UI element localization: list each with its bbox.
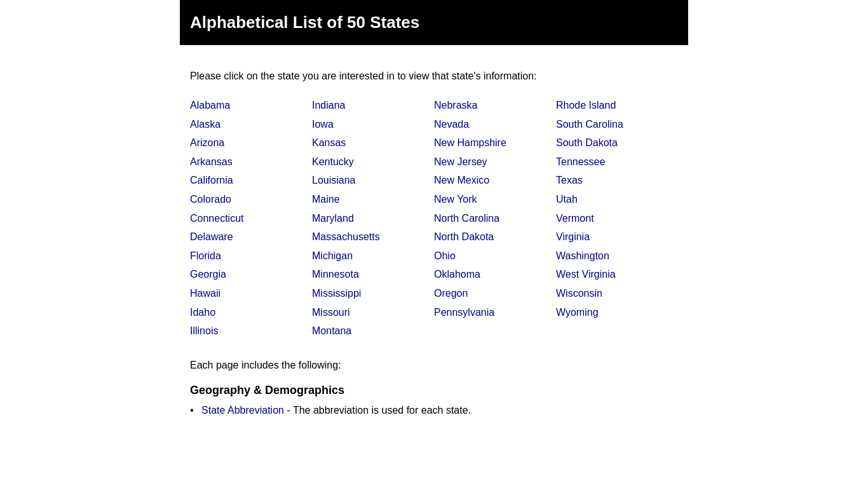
state-link-colorado[interactable]: Colorado <box>190 191 312 208</box>
sub-item-link[interactable]: State Abbreviation <box>201 405 284 416</box>
state-link-michigan[interactable]: Michigan <box>312 248 434 264</box>
state-link-florida[interactable]: Florida <box>190 248 312 264</box>
state-link-arkansas[interactable]: Arkansas <box>190 154 312 170</box>
page-title: Alphabetical List of 50 States <box>190 13 678 32</box>
state-link-alabama[interactable]: Alabama <box>190 97 312 114</box>
state-link-new-mexico[interactable]: New Mexico <box>434 172 556 189</box>
state-link-connecticut[interactable]: Connecticut <box>190 210 312 227</box>
state-link-north-carolina[interactable]: North Carolina <box>434 210 556 227</box>
state-link-california[interactable]: California <box>190 172 312 189</box>
state-link-wyoming[interactable]: Wyoming <box>556 304 678 321</box>
main-content: Please click on the state you are intere… <box>180 45 688 431</box>
states-column-2: NebraskaNevadaNew HampshireNew JerseyNew… <box>434 97 556 339</box>
state-link-north-dakota[interactable]: North Dakota <box>434 229 556 245</box>
state-link-south-carolina[interactable]: South Carolina <box>556 116 678 133</box>
state-link-arizona[interactable]: Arizona <box>190 135 312 151</box>
state-link-nevada[interactable]: Nevada <box>434 116 556 133</box>
state-link-oregon[interactable]: Oregon <box>434 285 556 302</box>
state-link-illinois[interactable]: Illinois <box>190 323 312 339</box>
state-link-missouri[interactable]: Missouri <box>312 304 434 321</box>
states-column-3: Rhode IslandSouth CarolinaSouth DakotaTe… <box>556 97 678 339</box>
state-link-maine[interactable]: Maine <box>312 191 434 208</box>
state-link-kansas[interactable]: Kansas <box>312 135 434 151</box>
state-link-idaho[interactable]: Idaho <box>190 304 312 321</box>
state-link-louisiana[interactable]: Louisiana <box>312 172 434 189</box>
state-link-oklahoma[interactable]: Oklahoma <box>434 266 556 283</box>
state-link-nebraska[interactable]: Nebraska <box>434 97 556 114</box>
sub-item-desc: - The abbreviation is used for each stat… <box>287 405 471 416</box>
state-link-new-hampshire[interactable]: New Hampshire <box>434 135 556 151</box>
states-column-0: AlabamaAlaskaArizonaArkansasCaliforniaCo… <box>190 97 312 339</box>
state-link-rhode-island[interactable]: Rhode Island <box>556 97 678 114</box>
state-link-washington[interactable]: Washington <box>556 248 678 264</box>
state-link-west-virginia[interactable]: West Virginia <box>556 266 678 283</box>
intro-text: Please click on the state you are intere… <box>190 71 678 82</box>
states-grid: AlabamaAlaskaArizonaArkansasCaliforniaCo… <box>190 97 678 339</box>
state-link-vermont[interactable]: Vermont <box>556 210 678 227</box>
state-link-tennessee[interactable]: Tennessee <box>556 154 678 170</box>
state-link-pennsylvania[interactable]: Pennsylvania <box>434 304 556 321</box>
state-link-massachusetts[interactable]: Massachusetts <box>312 229 434 245</box>
state-link-new-jersey[interactable]: New Jersey <box>434 154 556 170</box>
state-link-new-york[interactable]: New York <box>434 191 556 208</box>
sub-item[interactable]: • State Abbreviation - The abbreviation … <box>190 402 678 419</box>
state-link-alaska[interactable]: Alaska <box>190 116 312 133</box>
state-link-delaware[interactable]: Delaware <box>190 229 312 245</box>
state-link-iowa[interactable]: Iowa <box>312 116 434 133</box>
state-link-maryland[interactable]: Maryland <box>312 210 434 227</box>
state-link-minnesota[interactable]: Minnesota <box>312 266 434 283</box>
page-header: Alphabetical List of 50 States <box>180 0 688 45</box>
states-column-1: IndianaIowaKansasKentuckyLouisianaMaineM… <box>312 97 434 339</box>
state-link-hawaii[interactable]: Hawaii <box>190 285 312 302</box>
state-link-kentucky[interactable]: Kentucky <box>312 154 434 170</box>
footer-text: Each page includes the following: <box>190 360 678 371</box>
state-link-ohio[interactable]: Ohio <box>434 248 556 264</box>
state-link-utah[interactable]: Utah <box>556 191 678 208</box>
state-link-texas[interactable]: Texas <box>556 172 678 189</box>
state-link-montana[interactable]: Montana <box>312 323 434 339</box>
state-link-georgia[interactable]: Georgia <box>190 266 312 283</box>
state-link-mississippi[interactable]: Mississippi <box>312 285 434 302</box>
state-link-virginia[interactable]: Virginia <box>556 229 678 245</box>
state-link-wisconsin[interactable]: Wisconsin <box>556 285 678 302</box>
state-link-indiana[interactable]: Indiana <box>312 97 434 114</box>
state-link-south-dakota[interactable]: South Dakota <box>556 135 678 151</box>
section-title: Geography & Demographics <box>190 384 678 397</box>
